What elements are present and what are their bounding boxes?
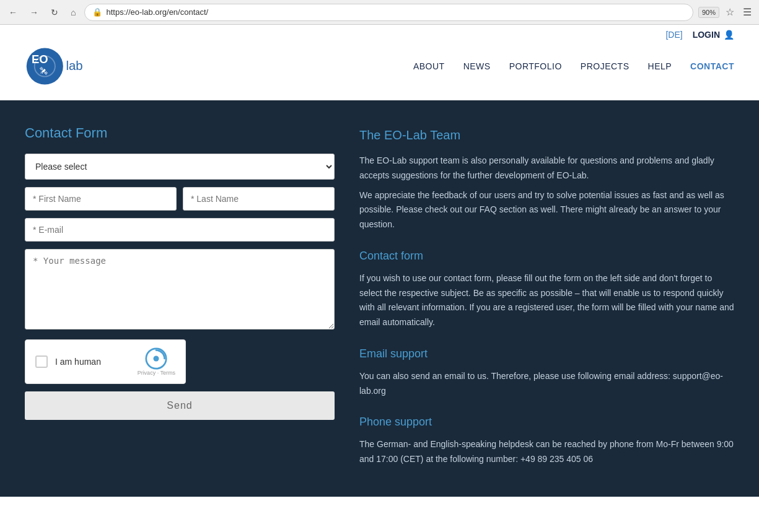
zoom-level: 90% xyxy=(698,7,719,18)
logo: EO lab 🛰 xyxy=(25,45,99,88)
browser-actions: 90% ☆ ☰ xyxy=(698,4,754,20)
captcha-label: I am human xyxy=(55,357,101,367)
user-icon: 👤 xyxy=(724,30,734,40)
svg-text:🛰: 🛰 xyxy=(40,66,48,76)
email-support-title: Email support xyxy=(359,345,734,363)
url-bar: 🔒 https://eo-lab.org/en/contact/ xyxy=(84,4,693,21)
login-button[interactable]: LOGIN 👤 xyxy=(693,30,734,40)
security-icon: 🔒 xyxy=(92,7,102,17)
info-panel: The EO-Lab Team The EO-Lab support team … xyxy=(359,125,734,472)
captcha-logo-icon xyxy=(145,347,167,370)
back-button[interactable]: ← xyxy=(5,5,21,20)
first-name-input[interactable] xyxy=(25,187,177,211)
captcha-left: I am human xyxy=(35,355,101,368)
message-textarea[interactable] xyxy=(25,249,335,329)
team-text-2: We appreciate the feedback of our users … xyxy=(359,188,734,232)
email-input[interactable] xyxy=(25,218,335,242)
bookmark-button[interactable]: ☆ xyxy=(723,4,737,20)
navigation: ABOUT NEWS PORTFOLIO PROJECTS HELP CONTA… xyxy=(413,61,734,71)
top-bar: [DE] LOGIN 👤 xyxy=(0,25,759,45)
captcha-logo-area: Privacy · Terms xyxy=(138,347,175,376)
main-content: Contact Form Please select I am human xyxy=(0,100,759,497)
login-label: LOGIN xyxy=(693,30,720,40)
reload-button[interactable]: ↻ xyxy=(47,5,62,20)
forward-button[interactable]: → xyxy=(26,5,42,20)
form-title: Contact Form xyxy=(25,125,335,141)
phone-support-text: The German- and English-speaking helpdes… xyxy=(359,437,734,467)
captcha-widget[interactable]: I am human Privacy · Terms xyxy=(25,339,186,384)
nav-about[interactable]: ABOUT xyxy=(413,61,445,71)
extensions-button[interactable]: ☰ xyxy=(740,4,754,20)
svg-point-6 xyxy=(154,356,159,362)
phone-support-title: Phone support xyxy=(359,413,734,431)
nav-help[interactable]: HELP xyxy=(648,61,672,71)
subject-select[interactable]: Please select xyxy=(25,154,335,180)
form-description: If you wish to use our contact form, ple… xyxy=(359,271,734,330)
nav-contact[interactable]: CONTACT xyxy=(690,61,734,71)
header: EO lab 🛰 ABOUT NEWS PORTFOLIO PROJECTS H… xyxy=(0,45,759,100)
last-name-input[interactable] xyxy=(183,187,335,211)
logo-container: EO lab 🛰 xyxy=(25,45,99,88)
browser-chrome: ← → ↻ ⌂ 🔒 https://eo-lab.org/en/contact/… xyxy=(0,0,759,25)
svg-text:lab: lab xyxy=(66,59,82,72)
captcha-checkbox[interactable] xyxy=(35,355,48,368)
captcha-links: Privacy · Terms xyxy=(138,370,175,376)
nav-projects[interactable]: PROJECTS xyxy=(581,61,630,71)
name-row xyxy=(25,187,335,211)
contact-form-subtitle: Contact form xyxy=(359,247,734,265)
home-button[interactable]: ⌂ xyxy=(67,5,79,20)
url-text: https://eo-lab.org/en/contact/ xyxy=(106,7,208,17)
email-support-text: You can also send an email to us. Theref… xyxy=(359,369,734,399)
nav-news[interactable]: NEWS xyxy=(463,61,491,71)
contact-form-panel: Contact Form Please select I am human xyxy=(25,125,335,472)
send-button[interactable]: Send xyxy=(25,391,335,420)
language-switch[interactable]: [DE] xyxy=(665,30,682,40)
page: [DE] LOGIN 👤 EO lab 🛰 ABOUT NEWS P xyxy=(0,25,759,532)
team-title: The EO-Lab Team xyxy=(359,125,734,145)
nav-portfolio[interactable]: PORTFOLIO xyxy=(509,61,562,71)
svg-text:EO: EO xyxy=(32,53,48,66)
team-text-1: The EO-Lab support team is also personal… xyxy=(359,154,734,183)
